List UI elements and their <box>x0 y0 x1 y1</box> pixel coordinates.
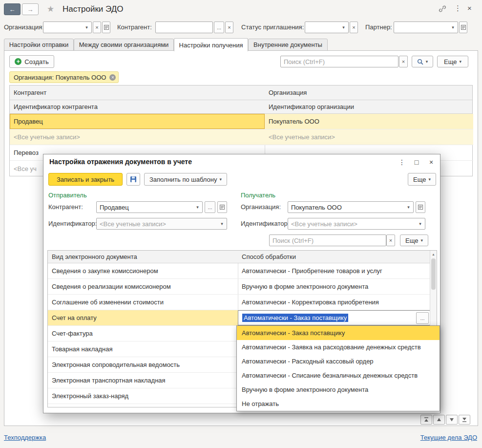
clear-icon: × <box>352 24 355 30</box>
table-row[interactable]: Продавец Покупатель ООО <box>10 114 473 129</box>
receiver-identifier-combo[interactable]: <Все учетные записи>▾ <box>288 218 425 230</box>
column-header-organization[interactable]: Организация <box>265 85 472 100</box>
tab-internal-documents[interactable]: Внутренние документы <box>248 39 328 51</box>
table-row-editing[interactable]: Счет на оплату Автоматически - Заказ пос… <box>48 310 431 326</box>
dropdown-option[interactable]: Автоматически - Списание безналичных ден… <box>237 368 440 383</box>
find-button[interactable]: ▾ <box>412 56 433 67</box>
cell-doc-type: Электронная сопроводительная ведомость <box>48 357 238 372</box>
more-button[interactable]: Еще▾ <box>437 56 468 67</box>
cell-doc-type: Сведения о реализации комиссионером <box>48 279 238 294</box>
dialog-search-clear-button[interactable]: × <box>386 235 395 246</box>
dialog-close-button[interactable]: × <box>425 157 437 168</box>
scroll-down-button[interactable] <box>446 415 458 425</box>
edo-settings-window: ← → ★ Настройки ЭДО ⋮ × Организация: ▾ ×… <box>0 0 482 448</box>
table-header-row[interactable]: Вид электронного документа Способ обрабо… <box>48 251 431 263</box>
table-header-row[interactable]: Контрагент Организация <box>10 85 472 100</box>
window-menu-button[interactable]: ⋮ <box>454 4 461 13</box>
favorite-star-icon[interactable]: ★ <box>47 4 54 14</box>
organization-filter-choice-button[interactable] <box>102 21 110 33</box>
counterparty-filter-clear-button[interactable]: × <box>225 21 233 33</box>
chip-remove-icon[interactable]: × <box>109 74 116 81</box>
create-button[interactable]: + Создать <box>9 55 54 68</box>
dropdown-option[interactable]: Автоматически - Заявка на расходование д… <box>237 340 440 354</box>
column-header-method[interactable]: Способ обработки <box>238 251 431 263</box>
chevron-down-icon[interactable]: ▾ <box>405 205 412 210</box>
scrollbar-up-icon[interactable]: ▲ <box>430 251 437 257</box>
dialog-search-input[interactable] <box>269 235 386 246</box>
back-button[interactable]: ← <box>4 3 21 15</box>
tech-support-link[interactable]: Техподдержка <box>4 434 46 441</box>
dialog-maximize-button[interactable]: □ <box>411 157 422 168</box>
dropdown-option[interactable]: Автоматически - Заказ поставщику <box>237 326 440 340</box>
table-subheader-row[interactable]: Идентификатор контрагента Идентификатор … <box>10 100 472 114</box>
dialog-menu-button[interactable]: ⋮ <box>396 157 408 168</box>
chevron-down-icon[interactable]: ▾ <box>340 25 347 30</box>
kebab-icon: ⋮ <box>398 158 405 166</box>
scroll-to-top-button[interactable] <box>420 415 432 425</box>
organization-filter-combo[interactable]: ▾ <box>43 21 92 33</box>
table-row[interactable]: <Все учетные записи> <Все учетные записи… <box>10 129 473 145</box>
search-clear-button[interactable]: × <box>399 56 408 67</box>
partner-filter-choice-button[interactable] <box>459 21 467 33</box>
organization-filter-chip[interactable]: Организация: Покупатель ООО × <box>9 71 119 83</box>
receiver-organization-open-button[interactable] <box>416 201 425 213</box>
chevron-down-icon[interactable]: ▾ <box>417 221 423 226</box>
form-icon <box>461 25 466 30</box>
chevron-down-icon[interactable]: ▾ <box>84 25 90 30</box>
method-editor-selected-text[interactable]: Автоматически - Заказ поставщику <box>242 314 348 322</box>
table-row[interactable]: Сведения о реализации комиссионером Вруч… <box>48 279 431 295</box>
plus-icon: + <box>15 58 21 65</box>
cell-method-editor[interactable]: Автоматически - Заказ поставщику ... <box>238 310 431 325</box>
table-row[interactable]: Соглашение об изменении стоимости Автома… <box>48 295 431 310</box>
column-header-counterparty[interactable]: Контрагент <box>10 85 265 100</box>
dropdown-option[interactable]: Не отражать <box>237 397 440 411</box>
sender-identifier-combo[interactable]: <Все учетные записи>▾ <box>96 218 227 230</box>
chevron-down-icon[interactable]: ▾ <box>219 221 225 226</box>
scrollbar-thumb[interactable] <box>431 258 436 290</box>
sender-counterparty-combo[interactable]: Продавец▾ <box>96 201 203 213</box>
form-icon <box>220 205 225 210</box>
fill-by-template-button[interactable]: Заполнить по шаблону▾ <box>144 173 227 186</box>
invitation-status-filter-clear-button[interactable]: × <box>350 21 358 33</box>
search-input[interactable] <box>280 56 398 67</box>
cell-doc-type: Соглашение об изменении стоимости <box>48 295 238 310</box>
chevron-down-icon[interactable]: ▾ <box>194 205 201 210</box>
method-editor-select-button[interactable]: ... <box>416 312 429 324</box>
dialog-list-more-button[interactable]: Еще▾ <box>400 235 428 246</box>
counterparty-filter-select-button[interactable]: ... <box>214 21 224 33</box>
tab-receive-settings[interactable]: Настройки получения <box>174 38 248 51</box>
table-row[interactable]: Сведения о закупке комиссионером Автомат… <box>48 263 431 279</box>
tab-send-settings[interactable]: Настройки отправки <box>4 39 74 51</box>
save-and-close-button[interactable]: Записать и закрыть <box>48 173 123 186</box>
dialog-more-button[interactable]: Еще▾ <box>408 173 436 186</box>
close-icon: × <box>467 4 472 12</box>
down-icon <box>449 417 455 423</box>
cell-doc-type: Электронная транспортная накладная <box>48 373 238 388</box>
column-subheader-organization-id[interactable]: Идентификатор организации <box>265 100 472 113</box>
cell-doc-type: Товарная накладная <box>48 341 238 357</box>
save-button[interactable] <box>126 173 140 186</box>
receiver-organization-combo[interactable]: Покупатель ООО▾ <box>288 201 414 213</box>
dropdown-option[interactable]: Вручную в форме электронного документа <box>237 383 440 397</box>
chevron-down-icon[interactable]: ▾ <box>450 25 456 30</box>
sender-counterparty-select-button[interactable]: ... <box>205 201 215 213</box>
invitation-status-filter-label: Статус приглашения: <box>241 21 304 33</box>
scroll-up-button[interactable] <box>433 415 445 425</box>
scroll-to-bottom-button[interactable] <box>459 415 470 425</box>
kebab-icon: ⋮ <box>454 4 461 12</box>
window-close-button[interactable]: × <box>467 4 472 12</box>
current-edo-tasks-link[interactable]: Текущие дела ЭДО <box>420 434 477 441</box>
column-subheader-counterparty-id[interactable]: Идентификатор контрагента <box>10 100 265 113</box>
forward-icon: → <box>27 6 34 13</box>
column-header-doc-type[interactable]: Вид электронного документа <box>48 251 238 263</box>
sender-counterparty-open-button[interactable] <box>217 201 227 213</box>
organization-filter-clear-button[interactable]: × <box>93 21 101 33</box>
counterparty-filter-input[interactable] <box>155 21 213 33</box>
chevron-down-icon: ▾ <box>420 238 423 243</box>
forward-button[interactable]: → <box>22 3 39 15</box>
partner-filter-combo[interactable]: ▾ <box>394 21 458 33</box>
tab-between-own-organizations[interactable]: Между своими организациями <box>74 39 174 51</box>
get-link-button[interactable] <box>439 5 446 13</box>
invitation-status-filter-combo[interactable]: ▾ <box>305 21 349 33</box>
dropdown-option[interactable]: Автоматически - Расходный кассовый ордер <box>237 354 440 368</box>
